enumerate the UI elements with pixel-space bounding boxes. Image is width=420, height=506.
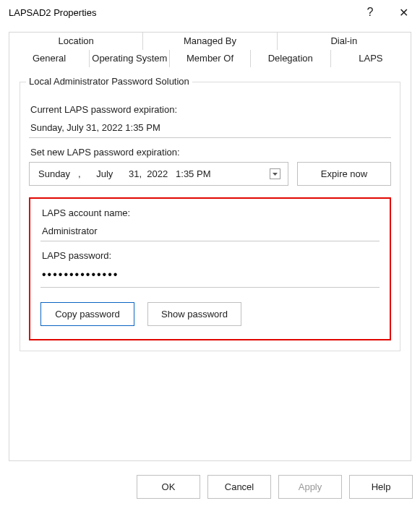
calendar-dropdown-button[interactable] [270,168,280,179]
tab-row-2: General Operating System Member Of Deleg… [9,50,411,67]
copy-password-label: Copy password [55,309,120,320]
tab-managed-by[interactable]: Managed By [143,32,277,50]
expiration-datetime-picker[interactable]: Sunday , July 31, 2022 1:35 PM [29,162,288,186]
cancel-label: Cancel [225,481,254,492]
ok-label: OK [162,481,176,492]
show-password-button[interactable]: Show password [147,302,241,326]
help-footer-button[interactable]: Help [349,475,413,499]
tab-laps[interactable]: LAPS [331,50,411,67]
current-expiration-value: Sunday, July 31, 2022 1:35 PM [29,119,391,138]
close-icon: ✕ [399,6,408,20]
help-label: Help [372,481,391,492]
tab-dial-in[interactable]: Dial-in [278,32,411,50]
tab-delegation[interactable]: Delegation [251,50,331,67]
expiration-datetime-value: Sunday , July 31, 2022 1:35 PM [38,168,270,179]
tabs-container: Location Managed By Dial-in General Oper… [0,25,420,461]
current-expiration-label: Current LAPS password expiration: [30,104,390,115]
groupbox-legend: Local Administrator Password Solution [26,76,192,87]
chevron-down-icon [273,173,278,176]
tab-row-1: Location Managed By Dial-in [9,32,411,50]
dialog-footer: OK Cancel Apply Help [137,475,413,499]
apply-button[interactable]: Apply [278,475,342,499]
close-button[interactable]: ✕ [387,0,420,25]
tab-general[interactable]: General [9,50,90,67]
tab-member-of[interactable]: Member Of [170,50,250,67]
password-buttons-row: Copy password Show password [40,302,380,326]
show-password-label: Show password [161,309,228,320]
set-expiration-label: Set new LAPS password expiration: [30,147,390,158]
password-value-masked: •••••••••••••• [40,265,380,288]
account-name-value: Administrator [40,223,380,241]
copy-password-button[interactable]: Copy password [40,302,134,326]
account-name-label: LAPS account name: [42,207,378,218]
tab-panel-laps: Local Administrator Password Solution Cu… [9,67,411,461]
set-expiration-row: Sunday , July 31, 2022 1:35 PM Expire no… [29,162,391,186]
window-title: LAPSAD2 Properties [9,7,353,18]
expire-now-button[interactable]: Expire now [297,162,391,186]
help-icon: ? [367,6,374,19]
tab-location[interactable]: Location [9,32,143,50]
ok-button[interactable]: OK [137,475,200,499]
titlebar: LAPSAD2 Properties ? ✕ [0,0,420,25]
cancel-button[interactable]: Cancel [207,475,271,499]
credentials-highlight-box: LAPS account name: Administrator LAPS pa… [29,197,391,340]
laps-groupbox: Local Administrator Password Solution Cu… [20,82,400,351]
apply-label: Apply [299,481,322,492]
expire-now-label: Expire now [321,168,367,179]
help-button[interactable]: ? [353,0,387,25]
password-label: LAPS password: [42,250,378,261]
tab-operating-system[interactable]: Operating System [90,50,170,67]
